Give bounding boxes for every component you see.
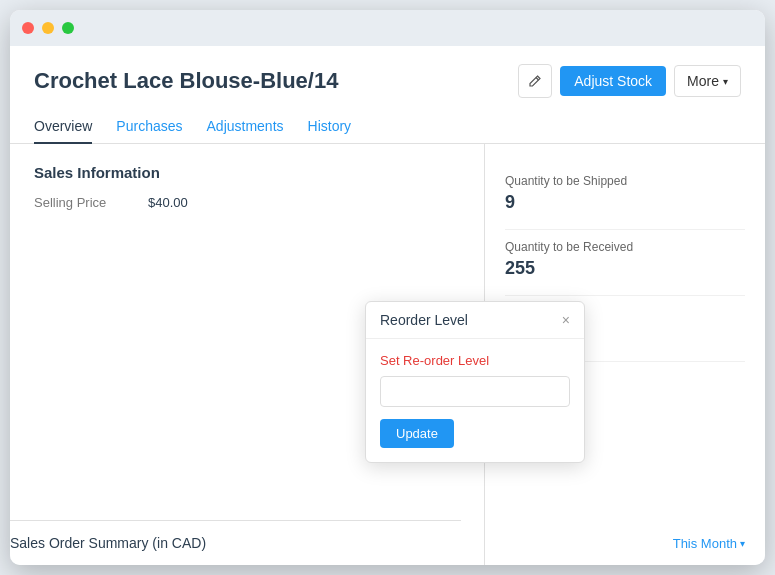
tab-purchases[interactable]: Purchases (116, 110, 182, 144)
maximize-button[interactable] (62, 22, 74, 34)
update-button[interactable]: Update (380, 419, 454, 448)
page-header: Crochet Lace Blouse-Blue/14 Adjust Stock… (10, 46, 765, 98)
reorder-level-input[interactable] (380, 376, 570, 407)
selling-price-label: Selling Price (34, 195, 124, 210)
tabs-bar: Overview Purchases Adjustments History (10, 110, 765, 144)
edit-button[interactable] (518, 64, 552, 98)
this-month-button[interactable]: This Month (673, 536, 745, 551)
received-value: 255 (505, 258, 745, 279)
app-window: Crochet Lace Blouse-Blue/14 Adjust Stock… (10, 10, 765, 565)
received-stat: Quantity to be Received 255 (505, 230, 745, 296)
shipped-value: 9 (505, 192, 745, 213)
sales-info-title: Sales Information (34, 164, 460, 181)
tab-overview[interactable]: Overview (34, 110, 92, 144)
sales-order-title: Sales Order Summary (in CAD) (10, 535, 206, 551)
popup-field-label: Set Re-order Level (380, 353, 570, 368)
tab-history[interactable]: History (308, 110, 352, 144)
minimize-button[interactable] (42, 22, 54, 34)
close-button[interactable] (22, 22, 34, 34)
adjust-stock-button[interactable]: Adjust Stock (560, 66, 666, 96)
received-label: Quantity to be Received (505, 240, 745, 254)
reorder-popup: Reorder Level × Set Re-order Level Updat… (365, 301, 585, 463)
popup-body: Set Re-order Level Update (366, 339, 584, 462)
pencil-icon (528, 74, 542, 88)
selling-price-row: Selling Price $40.00 (34, 195, 460, 210)
popup-title: Reorder Level (380, 312, 468, 328)
title-bar (10, 10, 765, 46)
content-area: Crochet Lace Blouse-Blue/14 Adjust Stock… (10, 46, 765, 565)
shipped-label: Quantity to be Shipped (505, 174, 745, 188)
sales-order-summary: Sales Order Summary (in CAD) (10, 520, 461, 565)
tab-adjustments[interactable]: Adjustments (207, 110, 284, 144)
page-title: Crochet Lace Blouse-Blue/14 (34, 68, 338, 94)
selling-price-value: $40.00 (148, 195, 188, 210)
popup-header: Reorder Level × (366, 302, 584, 339)
popup-close-button[interactable]: × (562, 312, 570, 328)
header-actions: Adjust Stock More (518, 64, 741, 98)
shipped-stat: Quantity to be Shipped 9 (505, 164, 745, 230)
more-button[interactable]: More (674, 65, 741, 97)
